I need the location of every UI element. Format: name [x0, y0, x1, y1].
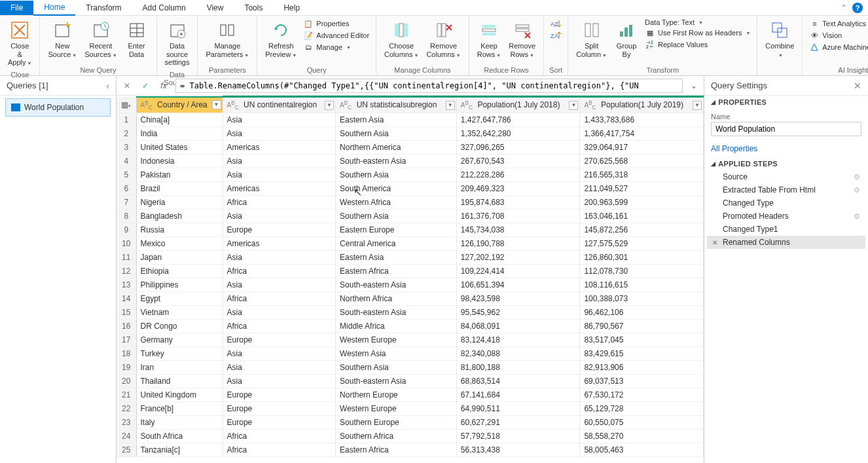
- cell[interactable]: South America: [336, 182, 457, 196]
- cell[interactable]: Americas: [223, 141, 336, 155]
- cell[interactable]: 145,734,038: [456, 223, 580, 237]
- cell[interactable]: Africa: [223, 430, 336, 443]
- cell[interactable]: 98,423,598: [456, 292, 580, 306]
- row-number[interactable]: 14: [117, 292, 136, 306]
- table-row[interactable]: 19IranAsiaSouthern Asia81,800,18882,913,…: [117, 361, 704, 375]
- cell[interactable]: 200,963,599: [580, 196, 704, 210]
- cell[interactable]: 69,037,513: [580, 375, 704, 388]
- cell[interactable]: Asia: [223, 361, 336, 375]
- row-number[interactable]: 18: [117, 347, 136, 361]
- data-grid[interactable]: ▦▾ABC Country / Area▼ABC UN continentalr…: [117, 96, 704, 463]
- cell[interactable]: 1,433,783,686: [580, 113, 704, 127]
- row-number[interactable]: 4: [117, 155, 136, 168]
- cell[interactable]: Southern Asia: [336, 168, 457, 182]
- cell[interactable]: South-eastern Asia: [336, 278, 457, 292]
- formula-input[interactable]: [175, 79, 683, 93]
- tab-help[interactable]: Help: [273, 1, 310, 15]
- filter-dropdown-icon[interactable]: ▼: [325, 101, 334, 110]
- cell[interactable]: 145,872,256: [580, 223, 704, 237]
- tab-home[interactable]: Home: [33, 0, 75, 16]
- cell[interactable]: Nigeria: [136, 196, 223, 210]
- cell[interactable]: 163,046,161: [580, 210, 704, 223]
- cell[interactable]: Ethiopia: [136, 265, 223, 278]
- data-source-settings-button[interactable]: Data sourcesettings: [161, 17, 194, 69]
- cell[interactable]: 267,670,543: [456, 155, 580, 168]
- cancel-formula-icon[interactable]: ✕: [120, 81, 134, 90]
- row-number[interactable]: 21: [117, 388, 136, 402]
- cell[interactable]: Africa: [223, 443, 336, 457]
- cell[interactable]: Americas: [223, 182, 336, 196]
- cell[interactable]: Americas: [223, 237, 336, 251]
- tab-view[interactable]: View: [196, 1, 234, 15]
- row-number[interactable]: 20: [117, 375, 136, 388]
- applied-step[interactable]: Extracted Table From Html⚙: [707, 183, 865, 196]
- cell[interactable]: Asia: [223, 306, 336, 320]
- azure-ml-button[interactable]: Azure Machine Learning: [809, 42, 868, 52]
- cell[interactable]: Iran: [136, 361, 223, 375]
- cell[interactable]: Asia: [223, 210, 336, 223]
- table-row[interactable]: 4IndonesiaAsiaSouth-eastern Asia267,670,…: [117, 155, 704, 168]
- manage-button[interactable]: 🗂Manage▼: [303, 42, 369, 52]
- cell[interactable]: Europe: [223, 223, 336, 237]
- cell[interactable]: Southern Asia: [336, 210, 457, 223]
- cell[interactable]: 126,860,301: [580, 251, 704, 265]
- new-source-button[interactable]: NewSource▼: [44, 17, 81, 61]
- table-row[interactable]: 13PhilippinesAsiaSouth-eastern Asia106,6…: [117, 278, 704, 292]
- cell[interactable]: 1,427,647,786: [456, 113, 580, 127]
- cell[interactable]: Japan: [136, 251, 223, 265]
- text-analytics-button[interactable]: ≡Text Analytics: [809, 18, 868, 29]
- row-number[interactable]: 12: [117, 265, 136, 278]
- collapse-ribbon-icon[interactable]: ⌃: [835, 3, 852, 12]
- cell[interactable]: Pakistan: [136, 168, 223, 182]
- properties-section-header[interactable]: ◢PROPERTIES: [704, 96, 868, 109]
- table-row[interactable]: 21United KingdomEuropeNorthern Europe67,…: [117, 388, 704, 402]
- row-number[interactable]: 11: [117, 251, 136, 265]
- cell[interactable]: South-eastern Asia: [336, 155, 457, 168]
- cell[interactable]: Eastern Africa: [336, 443, 457, 457]
- tab-tools[interactable]: Tools: [234, 1, 273, 15]
- applied-step[interactable]: Source⚙: [707, 170, 865, 183]
- all-properties-link[interactable]: All Properties: [711, 144, 757, 153]
- cell[interactable]: 83,429,615: [580, 347, 704, 361]
- cell[interactable]: 209,469,323: [456, 182, 580, 196]
- row-number[interactable]: 23: [117, 416, 136, 430]
- table-row[interactable]: 23ItalyEuropeSouthern Europe60,627,29160…: [117, 416, 704, 430]
- cell[interactable]: 58,005,463: [580, 443, 704, 457]
- row-number[interactable]: 22: [117, 402, 136, 416]
- table-row[interactable]: 11JapanAsiaEastern Asia127,202,192126,86…: [117, 251, 704, 265]
- cell[interactable]: Western Europe: [336, 402, 457, 416]
- row-number[interactable]: 9: [117, 223, 136, 237]
- cell[interactable]: Asia: [223, 375, 336, 388]
- vision-button[interactable]: 👁Vision: [809, 30, 868, 41]
- cell[interactable]: Asia: [223, 278, 336, 292]
- cell[interactable]: Mexico: [136, 237, 223, 251]
- row-number[interactable]: 17: [117, 333, 136, 347]
- cell[interactable]: Middle Africa: [336, 320, 457, 333]
- row-number[interactable]: 6: [117, 182, 136, 196]
- use-first-row-button[interactable]: ▦Use First Row as Headers▼: [645, 28, 750, 38]
- applied-step[interactable]: Renamed Columns: [707, 236, 865, 249]
- row-number[interactable]: 16: [117, 320, 136, 333]
- gear-icon[interactable]: ⚙: [854, 186, 860, 194]
- cell[interactable]: Europe: [223, 333, 336, 347]
- query-name-input[interactable]: [711, 122, 861, 136]
- cell[interactable]: Africa: [223, 196, 336, 210]
- cell[interactable]: 216,565,318: [580, 168, 704, 182]
- tab-transform[interactable]: Transform: [75, 1, 132, 15]
- column-header[interactable]: ABC UN statisticalsubregion▼: [336, 97, 457, 113]
- column-header[interactable]: ABC Country / Area▼: [136, 97, 223, 113]
- row-number[interactable]: 8: [117, 210, 136, 223]
- cell[interactable]: Africa: [223, 292, 336, 306]
- cell[interactable]: 127,202,192: [456, 251, 580, 265]
- table-row[interactable]: 22France[b]EuropeWestern Europe64,990,51…: [117, 402, 704, 416]
- column-header[interactable]: ABC Population(1 July 2019)▼: [580, 97, 704, 113]
- table-row[interactable]: 5PakistanAsiaSouthern Asia212,228,286216…: [117, 168, 704, 182]
- replace-values-button[interactable]: 12Replace Values: [645, 39, 750, 50]
- manage-parameters-button[interactable]: ManageParameters▼: [202, 17, 253, 61]
- table-row[interactable]: 1China[a]AsiaEastern Asia1,427,647,7861,…: [117, 113, 704, 127]
- cell[interactable]: Asia: [223, 155, 336, 168]
- cell[interactable]: Brazil: [136, 182, 223, 196]
- sort-asc-button[interactable]: AZ: [551, 18, 561, 29]
- properties-button[interactable]: 📋Properties: [303, 18, 369, 29]
- cell[interactable]: 1,366,417,754: [580, 127, 704, 141]
